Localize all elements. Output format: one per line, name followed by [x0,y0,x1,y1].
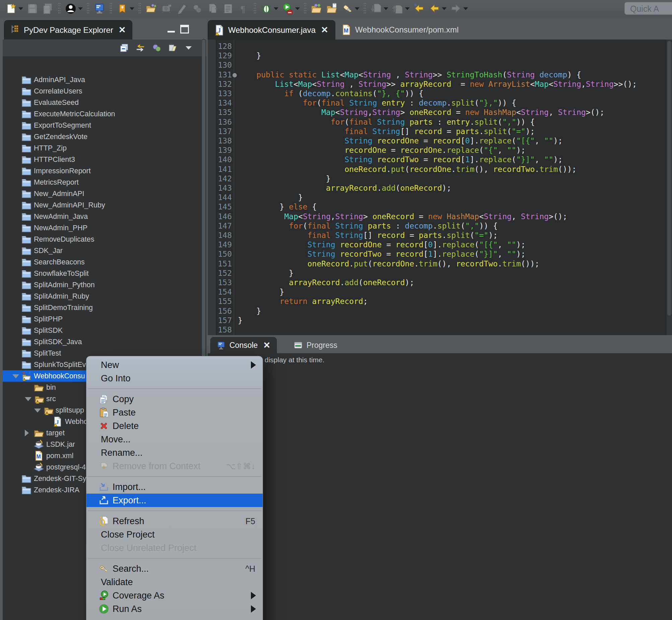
tree-item-http-zip[interactable]: HTTP_Zip [3,143,206,154]
menu-item-coverage-as[interactable]: Coverage As [87,589,263,602]
tree-item-sdk-jar[interactable]: SDK_Jar [3,245,206,256]
collapse-all-button[interactable] [119,42,130,54]
code-line-133[interactable]: 133 if (decomp.contains("}, {")) { [208,89,672,98]
editor-scrollbar[interactable] [667,40,672,335]
mark-occurrences-button[interactable] [341,2,359,15]
code-line-136[interactable]: 136 for(final String parts : entry.split… [208,117,672,127]
code-line-150[interactable]: 150 String recordTwo = record[1].replace… [208,249,672,259]
tree-item-searchbeacons[interactable]: SearchBeacons [3,256,206,268]
code-line-158[interactable]: 158 [208,325,672,334]
chevron-down-icon[interactable] [384,7,388,10]
chevron-down-icon[interactable] [130,7,134,10]
code-line-142[interactable]: 142 } [208,174,672,183]
verify-button[interactable] [260,2,278,15]
collapse-arrow-icon[interactable] [12,374,19,378]
code-line-141[interactable]: 141 oneRecord.put(recordOne.trim(), reco… [208,164,672,174]
menu-item-validate[interactable]: Validate [87,575,263,589]
link-with-editor-button[interactable] [135,42,146,54]
code-line-146[interactable]: 146 Map<String,String> oneRecord = new H… [208,212,672,221]
focus-task-button[interactable] [151,42,162,54]
code-line-147[interactable]: 147 for(final String parts : decomp.spli… [208,221,672,230]
menu-item-go-into[interactable]: Go Into [87,372,263,385]
menu-item-paste[interactable]: Paste [87,406,263,419]
close-icon[interactable]: ✕ [263,340,270,351]
tree-item-splitadmin-python[interactable]: SplitAdmin_Python [3,279,206,291]
tree-item-newadmin-php[interactable]: NewAdmin_PHP [3,222,206,234]
code-line-135[interactable]: 135 Map<String,String> oneRecord = new H… [208,108,672,117]
maximize-button[interactable] [180,25,189,34]
tree-item-splitdemotraining[interactable]: SplitDemoTraining [3,302,206,313]
chevron-down-icon[interactable] [442,7,447,10]
code-line-129[interactable]: 129 } [208,51,672,60]
editor-tab-webhookconsumer-java[interactable]: JWebhookConsumer.java✕ [208,20,335,40]
close-icon[interactable]: ✕ [321,25,328,35]
tree-item-adminapi-java[interactable]: AdminAPI_Java [3,74,206,86]
code-line-137[interactable]: 137 final String[] record = parts.split(… [208,127,672,136]
code-line-134[interactable]: 134 for(final String entry : decomp.spli… [208,98,672,108]
code-line-148[interactable]: 148 final String[] record = parts.split(… [208,230,672,240]
tree-item-splitphp[interactable]: SplitPHP [3,313,206,325]
remote-console-button[interactable] [94,2,106,15]
tree-item-splitsdk[interactable]: SplitSDK [3,325,206,336]
code-line-130[interactable]: 130 [208,60,672,70]
menu-item-copy[interactable]: Copy [87,393,263,406]
menu-item-export-[interactable]: Export... [87,494,263,507]
open-clipboard-button[interactable] [326,2,338,15]
code-line-138[interactable]: 138 String recordOne = record[0].replace… [208,136,672,146]
code-line-151[interactable]: 151 oneRecord.put(recordOne.trim(), reco… [208,259,672,268]
console-tab-console[interactable]: Console✕ [210,337,277,353]
tree-item-metricsreport[interactable]: MetricsReport [3,176,206,188]
user-profile-button[interactable] [65,2,83,15]
code-line-155[interactable]: 155 return arrayRecord; [208,297,672,306]
open-task-button[interactable] [145,2,157,15]
tree-item-newadmin-java[interactable]: NewAdmin_Java [3,211,206,222]
menu-item-import-[interactable]: Import... [87,480,263,494]
chevron-down-icon[interactable] [463,7,468,10]
menu-item-close-project[interactable]: Close Project [87,528,263,541]
code-line-144[interactable]: 144 } [208,193,672,202]
menu-item-rename-[interactable]: Rename... [87,446,263,460]
code-line-132[interactable]: 132 List<Map<String , String>> arrayReco… [208,80,672,89]
chevron-down-icon[interactable] [78,7,83,10]
tree-item-httpclient3[interactable]: HTTPClient3 [3,154,206,165]
tree-item-correlateusers[interactable]: CorrelateUsers [3,86,206,97]
tree-item-getzendeskvote[interactable]: GetZendeskVote [3,131,206,143]
menu-item-search-[interactable]: Search...^H [87,562,263,575]
code-line-152[interactable]: 152 } [208,268,672,278]
code-line-156[interactable]: 156 } [208,306,672,316]
editor-tab-webhookconsumer-pom-xml[interactable]: MWebhookConsumer/pom.xml [335,20,465,40]
code-line-139[interactable]: 139 recordOne = recordOne.replace("{", "… [208,146,672,155]
code-editor[interactable]: 128129 }130131 public static List<Map<St… [208,40,672,335]
collapse-arrow-icon[interactable] [34,409,41,413]
open-resource-button[interactable] [311,2,323,15]
code-line-145[interactable]: 145 } else { [208,202,672,211]
menu-item-run-as[interactable]: Run As [87,602,263,616]
tab-pydev-package-explorer[interactable]: PyDev Package Explorer ✕ [4,20,132,40]
tree-item-evaluateseed[interactable]: EvaluateSeed [3,97,206,108]
chevron-down-icon[interactable] [274,7,278,10]
tree-item-executemetriccalculation[interactable]: ExecuteMetricCalculation [3,108,206,120]
chevron-down-icon[interactable] [295,7,300,10]
tree-item-removeduplicates[interactable]: RemoveDuplicates [3,234,206,245]
expand-arrow-icon[interactable] [25,430,29,436]
back-button[interactable] [429,2,447,15]
tree-item-exporttosegment[interactable]: ExportToSegment [3,120,206,131]
new-wizard-button[interactable] [5,2,23,15]
menu-item-new[interactable]: New [87,358,263,372]
presentation-button[interactable] [167,42,178,54]
code-line-154[interactable]: 154 } [208,287,672,297]
new-task-button[interactable] [116,2,134,15]
menu-item-refresh[interactable]: RefreshF5 [87,514,263,528]
tree-item-snowflaketosplit[interactable]: SnowflakeToSplit [3,268,206,279]
chevron-down-icon[interactable] [355,7,359,10]
back-history-button[interactable]: ✳ [413,2,425,15]
code-line-128[interactable]: 128 [208,42,672,51]
code-line-153[interactable]: 153 arrayRecord.add(oneRecord); [208,278,672,287]
code-line-143[interactable]: 143 arrayRecord.add(oneRecord); [208,183,672,193]
close-icon[interactable]: ✕ [119,25,126,35]
minimize-button[interactable] [168,25,175,33]
code-line-140[interactable]: 140 String recordTwo = record[1].replace… [208,155,672,164]
code-line-131[interactable]: 131 public static List<Map<String , Stri… [208,70,672,80]
tree-item-splitsdk-java[interactable]: SplitSDK_Java [3,336,206,348]
tree-item-impressionreport[interactable]: ImpressionReport [3,165,206,176]
